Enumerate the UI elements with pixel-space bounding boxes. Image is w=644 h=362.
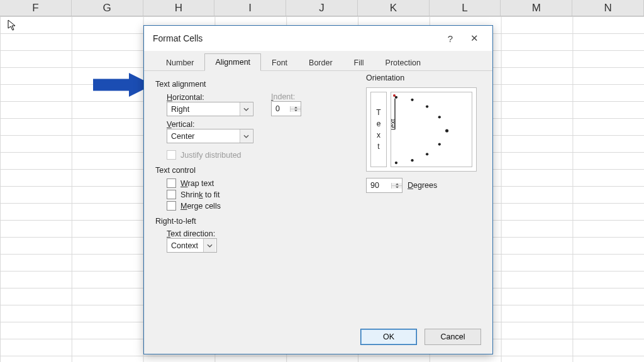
cancel-button[interactable]: Cancel [425, 329, 481, 345]
help-button[interactable]: ? [438, 33, 462, 44]
degrees-value: 90 [367, 181, 391, 190]
svg-text:Text: Text [391, 119, 396, 131]
svg-point-6 [438, 116, 441, 118]
text-direction-select[interactable]: Context [167, 238, 217, 253]
indent-value: 0 [272, 104, 290, 113]
svg-point-11 [395, 162, 397, 164]
svg-point-9 [426, 153, 428, 155]
svg-point-3 [395, 96, 397, 99]
vertical-text-button[interactable]: T e x t [370, 92, 387, 167]
column-headers[interactable]: F G H I J K L M N [0, 0, 644, 16]
checkbox-icon [167, 150, 176, 160]
checkbox-icon[interactable] [167, 178, 176, 188]
text-direction-value: Context [171, 241, 203, 250]
vertical-select[interactable]: Center [167, 129, 253, 143]
tab-alignment[interactable]: Alignment [204, 53, 261, 71]
degrees-row: 90 Degrees [366, 178, 482, 193]
vertical-value: Center [171, 132, 240, 141]
indent-label: Indent: [271, 92, 301, 101]
orientation-group: Orientation [366, 74, 482, 82]
col-G[interactable]: G [72, 0, 143, 16]
tab-font[interactable]: Font [261, 54, 298, 71]
chevron-down-icon [203, 239, 216, 252]
col-N[interactable]: N [572, 0, 644, 16]
tab-fill[interactable]: Fill [343, 54, 375, 71]
merge-label: Merge cells [180, 202, 221, 211]
text-direction-label: Text direction: [167, 229, 481, 238]
spin-buttons[interactable] [290, 106, 301, 112]
horizontal-select[interactable]: Right [167, 102, 253, 116]
svg-point-10 [411, 159, 413, 162]
spin-buttons[interactable] [391, 183, 402, 189]
col-M[interactable]: M [501, 0, 572, 16]
horizontal-value: Right [171, 105, 240, 114]
checkbox-icon[interactable] [167, 201, 176, 211]
dialog-body: Text alignment Horizontal: Right Indent:… [144, 71, 492, 322]
merge-cells-check[interactable]: Merge cells [167, 201, 481, 211]
horizontal-label: Horizontal: [167, 93, 253, 102]
degrees-label: Degrees [408, 181, 437, 190]
tab-protection[interactable]: Protection [375, 54, 431, 71]
chevron-down-icon [240, 129, 252, 143]
spin-down-icon[interactable] [291, 109, 301, 112]
close-button[interactable]: ✕ [462, 33, 486, 44]
svg-point-7 [445, 129, 448, 132]
svg-point-5 [426, 105, 428, 107]
tab-number[interactable]: Number [155, 54, 204, 71]
orientation-box: T e x t Text [366, 87, 477, 172]
col-F[interactable]: F [0, 0, 72, 16]
rtl-group: Right-to-left [155, 217, 481, 226]
format-cells-dialog: Format Cells ? ✕ Number Alignment Font B… [143, 25, 493, 354]
wrap-text-label: Wrap text [180, 179, 214, 188]
orientation-panel: Orientation T e x t Text [366, 71, 482, 193]
spin-down-icon[interactable] [392, 186, 402, 189]
col-L[interactable]: L [430, 0, 501, 16]
chevron-down-icon [240, 102, 252, 116]
justify-distributed-label: Justify distributed [180, 151, 242, 160]
degrees-stepper[interactable]: 90 [366, 178, 402, 193]
col-J[interactable]: J [286, 0, 358, 16]
col-I[interactable]: I [214, 0, 286, 16]
col-K[interactable]: K [358, 0, 430, 16]
svg-point-4 [411, 99, 413, 101]
checkbox-icon[interactable] [167, 190, 176, 199]
ok-button[interactable]: OK [360, 329, 417, 345]
tab-strip: Number Alignment Font Border Fill Protec… [144, 51, 492, 71]
orientation-dial[interactable]: Text [391, 92, 472, 167]
dialog-title: Format Cells [153, 33, 438, 43]
col-H[interactable]: H [143, 0, 215, 16]
dialog-titlebar[interactable]: Format Cells ? ✕ [144, 26, 492, 51]
svg-point-8 [438, 143, 441, 145]
indent-stepper[interactable]: 0 [271, 101, 301, 116]
shrink-label: Shrink to fit [180, 190, 220, 199]
tab-border[interactable]: Border [298, 54, 343, 71]
dialog-buttons: OK Cancel [360, 329, 481, 345]
